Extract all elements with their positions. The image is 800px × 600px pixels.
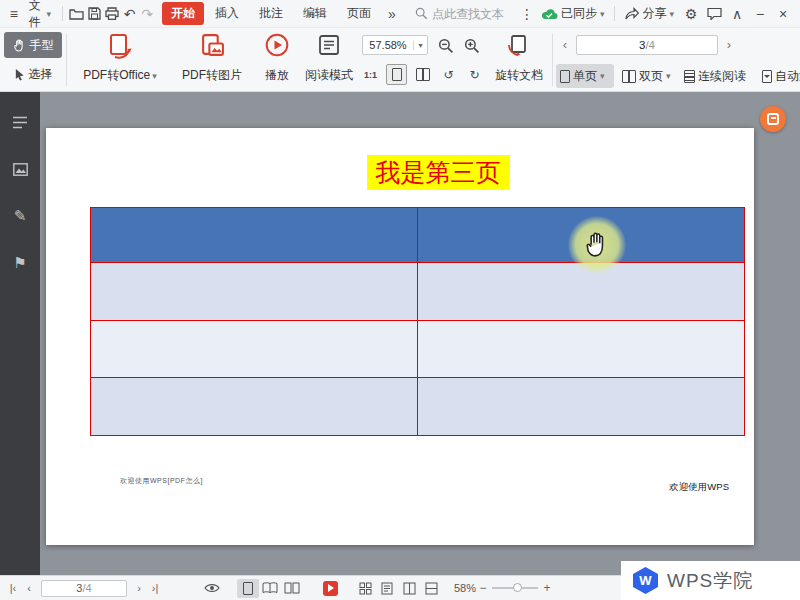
book-mode-button[interactable] [259, 579, 281, 598]
slideshow-play-button[interactable] [323, 581, 338, 596]
outline-panel-button[interactable] [5, 110, 35, 134]
zoom-slider[interactable] [492, 587, 538, 589]
last-page-button[interactable]: ›| [147, 582, 163, 594]
zoom-in-button[interactable] [462, 37, 482, 55]
sync-label: 已同步 [561, 5, 597, 22]
tab-page[interactable]: 页面 [338, 2, 380, 25]
wps-academy-name: WPS学院 [667, 568, 753, 594]
magnifier-plus-icon [464, 38, 480, 54]
search-input[interactable] [432, 7, 516, 21]
rotate-left-button[interactable]: ↺ [438, 64, 459, 85]
double-page-label: 双页 [639, 68, 663, 85]
left-sidebar: ✎ ⚑ [0, 92, 40, 575]
feedback-button[interactable] [703, 3, 725, 25]
zoom-in-button-bottom[interactable]: + [540, 581, 554, 595]
zoom-out-button-bottom[interactable]: − [476, 581, 490, 595]
save-button[interactable] [86, 3, 102, 25]
search-more-icon[interactable]: ⋮ [520, 3, 534, 25]
folder-open-icon [69, 8, 84, 20]
document-canvas[interactable]: 我是第三页 欢迎使用WPS [40, 92, 800, 575]
hand-tool-button[interactable]: 手型 [4, 32, 62, 58]
separator [66, 34, 67, 86]
actual-size-button[interactable]: 1:1 [360, 64, 381, 85]
next-page-button-bottom[interactable]: › [131, 582, 147, 594]
print-button[interactable] [104, 3, 120, 25]
zoom-slider-thumb[interactable] [513, 583, 522, 592]
share-button[interactable]: 分享 ▾ [620, 3, 679, 25]
auto-scroll-button[interactable]: 自动滚 [758, 64, 800, 88]
grid-view-button[interactable] [354, 579, 376, 598]
minimize-button[interactable]: − [749, 3, 771, 25]
zoom-value: 57.58% [363, 39, 413, 51]
single-page-view-button[interactable]: 单页 ▾ [556, 64, 614, 88]
thumbnail-panel-button[interactable] [5, 157, 35, 181]
single-page-mode-button[interactable] [237, 579, 259, 598]
search-box[interactable]: ⋮ [415, 3, 534, 25]
play-button[interactable]: 播放 [256, 31, 298, 89]
undo-button[interactable]: ↶ [122, 3, 138, 25]
single-page-icon [560, 70, 570, 83]
sync-status[interactable]: 已同步 ▾ [536, 3, 610, 25]
zoom-combobox[interactable]: 57.58% ▾ [362, 35, 428, 55]
pdf-to-image-button[interactable]: PDF转图片 [172, 31, 252, 89]
double-page-icon [284, 582, 300, 594]
continuous-view-button[interactable]: 连续阅读 [680, 64, 754, 88]
row-view-button[interactable] [420, 579, 442, 598]
page-layout-button[interactable] [376, 579, 398, 598]
tab-home[interactable]: 开始 [162, 2, 204, 25]
magnifier-minus-icon [438, 38, 454, 54]
zoom-percent-label[interactable]: 58% [454, 582, 476, 594]
hand-icon [13, 38, 26, 52]
caret-down-icon: ▾ [600, 9, 605, 19]
fit-page-button[interactable] [386, 64, 407, 85]
tab-comment[interactable]: 批注 [250, 2, 292, 25]
pdf-page[interactable]: 我是第三页 欢迎使用WPS [46, 128, 754, 545]
select-tool-button[interactable]: 选择 [4, 62, 62, 86]
bookmark-panel-button[interactable]: ⚑ [5, 251, 35, 275]
caret-down-icon: ▾ [413, 41, 427, 50]
column-view-button[interactable] [398, 579, 420, 598]
pdf-to-image-label: PDF转图片 [182, 67, 242, 84]
zoom-out-button[interactable] [436, 37, 456, 55]
page-icon [392, 68, 402, 81]
file-menu[interactable]: 文件 ▾ [24, 3, 56, 25]
table-row [91, 208, 744, 262]
rotate-document-button[interactable]: 旋转文档 [490, 31, 548, 89]
share-label: 分享 [642, 5, 666, 22]
tab-edit[interactable]: 编辑 [294, 2, 336, 25]
auto-scroll-icon [762, 70, 772, 83]
table-cell [417, 378, 744, 435]
redo-button[interactable]: ↷ [139, 3, 155, 25]
columns-icon [403, 582, 416, 595]
more-tabs-icon[interactable]: » [381, 3, 403, 25]
open-file-button[interactable] [69, 3, 85, 25]
first-page-button[interactable]: |‹ [5, 582, 21, 594]
wps-academy-logo: W [633, 567, 658, 594]
tab-insert[interactable]: 插入 [206, 2, 248, 25]
close-button[interactable]: × [772, 3, 794, 25]
page-number-box-bottom[interactable]: 3/4 [41, 580, 127, 597]
page-title: 我是第三页 [367, 155, 510, 190]
page-number-box[interactable]: 3/4 [576, 35, 718, 55]
collapse-ribbon-button[interactable]: ∧ [726, 3, 748, 25]
table-row [91, 320, 744, 378]
assistant-badge[interactable] [760, 106, 786, 132]
table-row [91, 377, 744, 435]
prev-page-button-bottom[interactable]: ‹ [21, 582, 37, 594]
double-page-mode-button[interactable] [281, 579, 303, 598]
prev-page-button[interactable]: ‹ [558, 37, 572, 52]
annotation-panel-button[interactable]: ✎ [5, 204, 35, 228]
rotate-right-button[interactable]: ↻ [464, 64, 485, 85]
read-mode-icon [317, 33, 341, 57]
page-width-icon [416, 68, 430, 81]
double-page-icon [622, 70, 636, 83]
read-mode-toggle[interactable] [201, 579, 223, 598]
settings-button[interactable]: ⚙ [680, 3, 702, 25]
hamburger-menu-icon[interactable]: ≡ [6, 3, 22, 25]
fit-width-button[interactable] [412, 64, 433, 85]
read-mode-label: 阅读模式 [305, 67, 353, 84]
double-page-view-button[interactable]: 双页 ▾ [618, 64, 676, 88]
next-page-button[interactable]: › [722, 37, 736, 52]
read-mode-button[interactable]: 阅读模式 [300, 31, 358, 89]
pdf-to-office-button[interactable]: PDF转Office▾ [70, 31, 170, 89]
